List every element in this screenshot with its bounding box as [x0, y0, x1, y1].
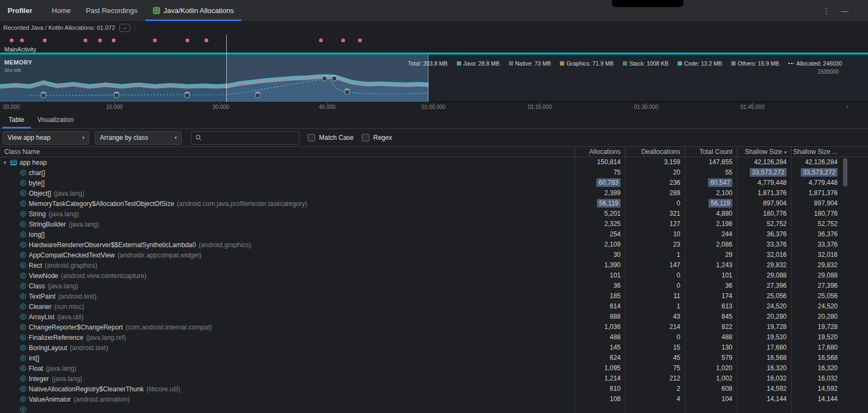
class-name: Integer [29, 375, 49, 383]
class-icon [20, 190, 26, 196]
column-total-count[interactable]: Total Count [685, 147, 737, 157]
total-count-cell: 822 [685, 322, 737, 332]
memory-chart[interactable] [0, 55, 429, 102]
tab-home[interactable]: Home [44, 0, 79, 21]
table-row[interactable]: int[] 624 45 579 16,568 16,568 [0, 353, 868, 363]
tab-java-kotlin-allocations[interactable]: Java/Kotlin Allocations [145, 0, 241, 21]
class-name: BoringLayout [29, 344, 67, 352]
zoom-to-fit-button[interactable]: ↔ [119, 24, 130, 32]
legend-item: Java: 28.8 MB [457, 60, 500, 67]
allocations-cell: 1,214 [575, 373, 625, 384]
table-row[interactable]: ViewNode (android.view.contentcapture) 1… [0, 270, 868, 281]
memory-axis-max: 384 MB [4, 68, 21, 73]
allocations-cell: 60,783 [575, 178, 625, 188]
table-row[interactable]: MemoryTaskCategory$AllocationTestObjectO… [0, 198, 868, 209]
shallow-size-2-cell: 19,520 [791, 332, 842, 343]
table-row[interactable]: ▾ app heap 150,814 3,159 147,655 42,126,… [0, 157, 868, 167]
event-track[interactable]: MainActivity [0, 34, 868, 53]
total-count-cell: 2,086 [685, 240, 737, 250]
class-name: app heap [20, 159, 47, 166]
column-deallocations[interactable]: Deallocations [625, 147, 685, 157]
package-name: (com.android.internal.compat) [125, 324, 212, 331]
vertical-scrollbar[interactable] [843, 158, 847, 411]
table-row[interactable]: ValueAnimator (android.animation) 108 4 … [0, 394, 868, 404]
table-row[interactable]: AppCompatCheckedTextView (androidx.appco… [0, 250, 868, 260]
deallocations-cell: 15 [625, 343, 685, 353]
memory-track[interactable]: MEMORY 384 MB Total: 203.8 MBJava: 28.8 … [0, 55, 868, 102]
class-name: int[] [29, 354, 39, 362]
table-row[interactable]: ArrayList (java.util) 888 43 845 20,280 … [0, 312, 868, 322]
table-row[interactable]: TextPaint (android.text) 185 11 174 25,0… [0, 291, 868, 301]
legend-item: Allocated: 246030 [788, 60, 842, 67]
arrange-select[interactable]: Arrange by class ▾ [95, 131, 182, 145]
table-row[interactable]: StringBuilder (java.lang) 2,325 127 2,19… [0, 219, 868, 229]
table-row[interactable]: FinalizerReference (java.lang.ref) 488 0… [0, 332, 868, 343]
search-box[interactable] [191, 131, 299, 145]
column-class-name[interactable]: Class Name [0, 148, 575, 156]
table-row[interactable]: ChangeReporter$ChangeReport (com.android… [0, 322, 868, 332]
search-input[interactable] [205, 134, 295, 141]
tab-past-recordings[interactable]: Past Recordings [78, 0, 145, 21]
column-shallow-size[interactable]: Shallow Size▾ [737, 147, 791, 157]
allocation-event-dot [319, 38, 323, 42]
table-row[interactable]: char[] 75 20 55 33,573,272 33,573,272 [0, 167, 868, 178]
allocation-event-dot [205, 38, 208, 42]
app-title: Profiler [0, 7, 44, 15]
shallow-size-cell: 16,568 [737, 353, 791, 363]
class-name: FinalizerReference [29, 334, 84, 341]
allocation-event-dot [341, 38, 345, 42]
deallocations-cell: 1 [625, 301, 685, 312]
table-row[interactable]: HardwareRendererObserver$$ExternalSynthe… [0, 240, 868, 250]
deallocations-cell: 0 [625, 281, 685, 291]
allocations-cell: 36 [575, 281, 625, 291]
package-name: (android.com.java.profilertester.taskcat… [177, 200, 307, 208]
deallocations-cell: 20 [625, 167, 685, 178]
scrollbar-thumb[interactable] [843, 158, 847, 186]
table-row[interactable]: Rect (android.graphics) 1,390 147 1,243 … [0, 260, 868, 270]
table-row[interactable]: Class (java.lang) 36 0 36 27,396 27,396 [0, 281, 868, 291]
regex-checkbox[interactable]: Regex [362, 134, 392, 141]
minimize-icon[interactable]: — [841, 7, 848, 15]
heap-select[interactable]: View app heap ▾ [3, 131, 90, 145]
tab-visualization[interactable]: Visualization [31, 111, 80, 128]
table-row[interactable]: Object[] (java.lang) 2,389 289 2,100 1,8… [0, 188, 868, 198]
class-icon [20, 283, 26, 289]
table-row[interactable] [0, 404, 868, 413]
table-row[interactable]: long[] 254 10 244 36,376 36,376 [0, 229, 868, 240]
table-row[interactable]: NativeAllocationRegistry$CleanerThunk (l… [0, 384, 868, 394]
package-name: (java.lang) [48, 210, 79, 218]
class-name: TextPaint [29, 293, 55, 300]
allocations-cell: 56,119 [575, 198, 625, 209]
allocation-event-dot [84, 38, 87, 42]
time-axis: 00.00015.00030.00045.00001:00.00001:15.0… [0, 102, 868, 111]
range-selection-handle[interactable] [226, 35, 227, 102]
more-options-icon[interactable]: ⋮ [822, 7, 830, 15]
tab-table[interactable]: Table [2, 111, 31, 128]
shallow-size-cell: 33,376 [737, 240, 791, 250]
table-row[interactable]: byte[] 60,783 236 60,547 4,779,448 4,779… [0, 178, 868, 188]
allocations-cell: 488 [575, 332, 625, 343]
table-row[interactable]: Integer (java.lang) 1,214 212 1,002 16,0… [0, 373, 868, 384]
table-row[interactable]: String (java.lang) 5,201 321 4,880 180,7… [0, 209, 868, 219]
shallow-size-2-cell: 33,376 [791, 240, 842, 250]
shallow-size-cell: 20,280 [737, 312, 791, 322]
column-shallow-size-2[interactable]: Shallow Size ... [791, 147, 842, 157]
table-row[interactable]: Float (java.lang) 1,095 75 1,020 16,320 … [0, 363, 868, 373]
expand-icon[interactable]: ▾ [2, 160, 8, 165]
deallocations-cell: 45 [625, 353, 685, 363]
deallocations-cell: 127 [625, 219, 685, 229]
class-icon [20, 201, 26, 206]
axis-tick-label: 02:00.000 [847, 104, 847, 110]
shallow-size-cell: 24,520 [737, 301, 791, 312]
shallow-size-2-cell: 29,832 [791, 260, 842, 270]
class-icon [20, 355, 26, 361]
column-allocations[interactable]: Allocations [575, 147, 625, 157]
class-name: Rect [29, 262, 42, 269]
match-case-checkbox[interactable]: Match Case [308, 134, 354, 141]
deallocations-cell: 212 [625, 373, 685, 384]
total-count-cell: 101 [685, 270, 737, 281]
table-row[interactable]: Cleaner (sun.misc) 614 1 613 24,520 24,5… [0, 301, 868, 312]
time-axis-inner: 00.00015.00030.00045.00001:00.00001:15.0… [0, 102, 847, 111]
table-row[interactable]: BoringLayout (android.text) 145 15 130 1… [0, 343, 868, 353]
deallocations-cell: 1 [625, 250, 685, 260]
